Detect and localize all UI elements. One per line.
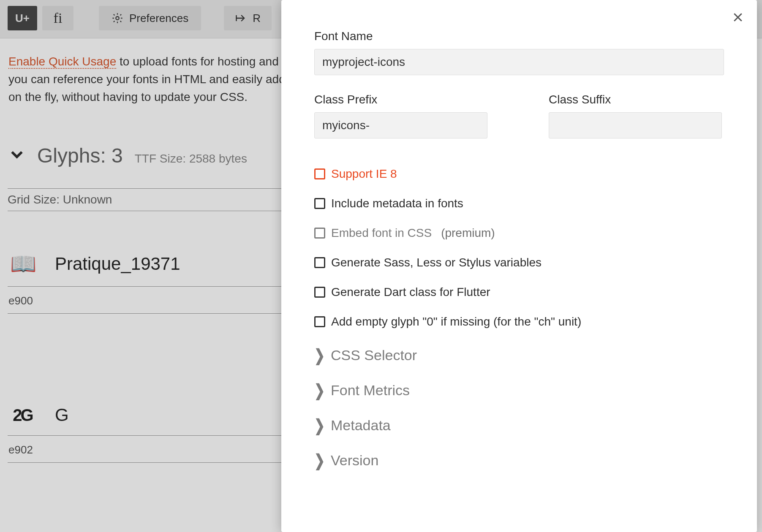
include-metadata-checkbox[interactable]: Include metadata in fonts — [314, 197, 724, 210]
chevron-right-icon: ❯ — [314, 346, 325, 365]
metadata-label: Metadata — [331, 417, 391, 434]
embed-font-checkbox[interactable]: Embed font in CSS (premium) — [314, 226, 724, 240]
generate-sass-checkbox[interactable]: Generate Sass, Less or Stylus variables — [314, 256, 724, 269]
close-button[interactable] — [732, 9, 744, 26]
embed-font-label: Embed font in CSS — [331, 226, 432, 240]
checkbox-icon — [314, 257, 325, 268]
embed-font-note: (premium) — [441, 226, 495, 240]
class-prefix-input[interactable] — [314, 112, 487, 138]
preferences-modal: Font Name Class Prefix Class Suffix Supp… — [281, 0, 757, 532]
support-ie8-checkbox[interactable]: Support IE 8 — [314, 167, 724, 181]
font-metrics-section[interactable]: ❯ Font Metrics — [314, 382, 724, 399]
close-icon — [732, 11, 744, 24]
checkbox-icon — [314, 316, 325, 327]
generate-dart-checkbox[interactable]: Generate Dart class for Flutter — [314, 285, 724, 299]
version-section[interactable]: ❯ Version — [314, 452, 724, 469]
checkbox-icon — [314, 287, 325, 298]
chevron-right-icon: ❯ — [314, 381, 325, 400]
chevron-right-icon: ❯ — [314, 451, 325, 470]
css-selector-label: CSS Selector — [331, 347, 417, 364]
class-suffix-input[interactable] — [549, 112, 722, 138]
css-selector-section[interactable]: ❯ CSS Selector — [314, 347, 724, 364]
add-empty-glyph-checkbox[interactable]: Add empty glyph "0" if missing (for the … — [314, 315, 724, 328]
chevron-right-icon: ❯ — [314, 416, 325, 435]
checkbox-icon — [314, 168, 325, 179]
support-ie8-label: Support IE 8 — [331, 167, 397, 181]
include-metadata-label: Include metadata in fonts — [331, 197, 463, 210]
version-label: Version — [331, 452, 378, 469]
generate-sass-label: Generate Sass, Less or Stylus variables — [331, 256, 542, 269]
font-name-input[interactable] — [314, 49, 724, 75]
generate-dart-label: Generate Dart class for Flutter — [331, 285, 490, 299]
add-empty-glyph-label: Add empty glyph "0" if missing (for the … — [331, 315, 581, 328]
metadata-section[interactable]: ❯ Metadata — [314, 417, 724, 434]
class-prefix-label: Class Prefix — [314, 93, 490, 106]
class-suffix-label: Class Suffix — [549, 93, 724, 106]
checkbox-icon — [314, 198, 325, 209]
checkbox-icon — [314, 228, 325, 239]
font-metrics-label: Font Metrics — [331, 382, 410, 399]
font-name-label: Font Name — [314, 30, 724, 43]
